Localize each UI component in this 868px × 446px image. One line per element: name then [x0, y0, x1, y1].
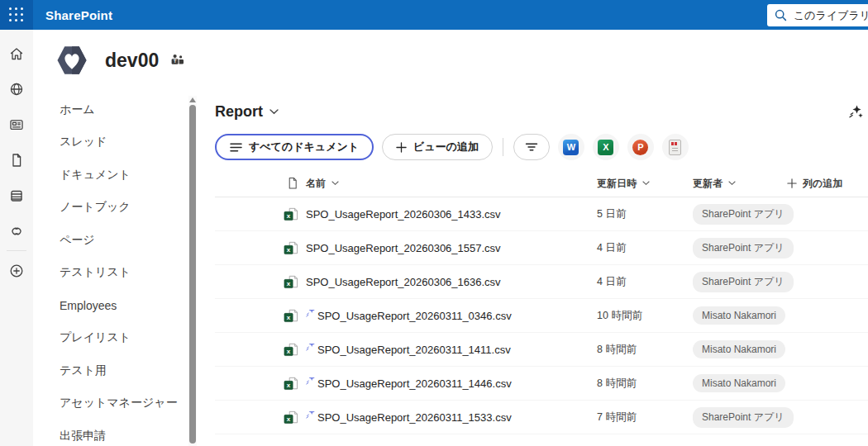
excel-csv-file-icon: x	[284, 377, 298, 391]
file-modified: 8 時間前	[587, 343, 683, 357]
file-name[interactable]: SPO_UsageReport_20260306_1557.csv	[306, 242, 501, 254]
svg-text:x: x	[287, 415, 291, 423]
search-input[interactable]: このライブラリ	[767, 4, 868, 26]
add-column-button[interactable]: 列の追加	[777, 177, 868, 191]
view-title-menu[interactable]: Report	[215, 100, 868, 123]
rail-home-button[interactable]	[0, 36, 33, 71]
nav-item-1[interactable]: スレッド	[33, 126, 198, 159]
file-modified: 4 日前	[587, 275, 683, 289]
file-name[interactable]: SPO_UsageReport_20260311_1446.csv	[317, 377, 512, 390]
document-app-icon	[669, 140, 681, 155]
new-indicator-icon	[306, 344, 316, 351]
rail-lists-button[interactable]	[0, 178, 33, 213]
file-row[interactable]: x SPO_UsageReport_20260306_1433.csv 5 日前…	[215, 197, 868, 231]
file-table: 名前 更新日時 更新者	[215, 170, 868, 434]
svg-text:x: x	[287, 212, 291, 220]
view-all-documents-pill[interactable]: すべてのドキュメント	[215, 134, 374, 160]
toolbar-divider	[503, 138, 503, 156]
excel-csv-file-icon: x	[284, 309, 298, 323]
new-indicator-icon	[306, 310, 316, 317]
rail-news-button[interactable]	[0, 107, 33, 142]
modified-column-header[interactable]: 更新日時	[587, 177, 683, 191]
library-title: Report	[215, 103, 263, 121]
file-modified-by-badge[interactable]: SharePoint アプリ	[693, 204, 794, 225]
nav-item-3[interactable]: ノートブック	[33, 192, 198, 225]
globe-icon	[8, 81, 25, 97]
nav-scrollbar[interactable]	[188, 96, 197, 446]
nav-item-6[interactable]: Employees	[33, 289, 198, 322]
new-document-app-button[interactable]	[662, 134, 689, 160]
file-name[interactable]: SPO_UsageReport_20260311_1533.csv	[317, 411, 512, 424]
file-name[interactable]: SPO_UsageReport_20260311_1411.csv	[317, 344, 511, 356]
site-logo[interactable]	[56, 45, 88, 76]
filter-icon	[525, 140, 538, 154]
waffle-icon	[9, 7, 24, 22]
site-title[interactable]: dev00	[105, 50, 159, 72]
file-name[interactable]: SPO_UsageReport_20260306_1636.csv	[306, 276, 501, 288]
scroll-up-arrow-icon[interactable]	[189, 97, 196, 102]
file-modified-by-badge[interactable]: SharePoint アプリ	[693, 238, 794, 259]
modified-by-column-header[interactable]: 更新者	[683, 177, 777, 191]
nav-item-0[interactable]: ホーム	[33, 93, 198, 126]
file-row[interactable]: x SPO_UsageReport_20260311_1411.csv 8 時間…	[215, 333, 868, 367]
add-view-button[interactable]: ビューの追加	[382, 134, 493, 160]
plus-icon	[787, 178, 797, 188]
file-modified-by-badge[interactable]: SharePoint アプリ	[693, 407, 794, 428]
file-type-column-header[interactable]	[274, 177, 302, 190]
nav-item-4[interactable]: ページ	[33, 224, 198, 257]
search-text: このライブラリ	[794, 8, 868, 23]
add-view-label: ビューの追加	[413, 140, 479, 154]
site-header: dev00 T	[33, 30, 868, 91]
rail-links-button[interactable]	[0, 213, 33, 249]
svg-text:x: x	[287, 348, 291, 355]
file-modified: 4 日前	[587, 241, 683, 255]
file-name[interactable]: SPO_UsageReport_20260311_0346.csv	[317, 310, 512, 322]
file-row[interactable]: x SPO_UsageReport_20260311_0346.csv 10 時…	[215, 299, 868, 333]
file-modified-by-badge[interactable]: Misato Nakamori	[693, 340, 785, 358]
nav-item-9[interactable]: アセットマネージャー	[33, 387, 198, 420]
nav-item-8[interactable]: テスト用	[33, 354, 198, 387]
nav-item-2[interactable]: ドキュメント	[33, 159, 198, 192]
sparkle-icon	[847, 104, 863, 119]
rail-global-button[interactable]	[0, 71, 33, 107]
library-main: Report	[198, 91, 868, 446]
new-word-button[interactable]: W	[558, 134, 584, 160]
new-powerpoint-button[interactable]: P	[627, 134, 654, 160]
file-modified-by-badge[interactable]: Misato Nakamori	[693, 306, 785, 325]
file-row[interactable]: x SPO_UsageReport_20260311_1533.csv 7 時間…	[215, 401, 868, 434]
news-icon	[8, 116, 25, 133]
lists-icon	[8, 187, 25, 204]
plus-icon	[396, 142, 407, 153]
filter-views-button[interactable]	[513, 134, 550, 160]
excel-csv-file-icon: x	[284, 343, 298, 357]
nav-item-5[interactable]: テストリスト	[33, 257, 198, 290]
site-nav: ホームスレッドドキュメントノートブックページテストリストEmployeesプレイ…	[33, 91, 198, 446]
list-view-icon	[230, 141, 242, 154]
new-excel-button[interactable]: X	[593, 134, 619, 160]
document-icon	[8, 152, 25, 168]
file-row[interactable]: x SPO_UsageReport_20260306_1636.csv 4 日前…	[215, 265, 868, 299]
rail-documents-button[interactable]	[0, 142, 33, 178]
app-rail	[0, 30, 33, 446]
file-modified: 7 時間前	[587, 410, 683, 425]
app-launcher-button[interactable]	[0, 0, 33, 30]
word-icon: W	[563, 140, 579, 155]
file-name[interactable]: SPO_UsageReport_20260306_1433.csv	[306, 208, 501, 221]
name-column-header[interactable]: 名前	[302, 177, 587, 191]
new-indicator-icon	[306, 377, 316, 385]
file-row[interactable]: x SPO_UsageReport_20260306_1557.csv 4 日前…	[215, 231, 868, 265]
nav-item-list: ホームスレッドドキュメントノートブックページテストリストEmployeesプレイ…	[33, 93, 198, 446]
boost-button[interactable]	[847, 104, 863, 122]
file-modified-by-badge[interactable]: Misato Nakamori	[693, 374, 785, 392]
view-pill-label: すべてのドキュメント	[249, 140, 359, 154]
nav-scrollbar-thumb[interactable]	[189, 105, 196, 444]
file-row[interactable]: x SPO_UsageReport_20260311_1446.csv 8 時間…	[215, 367, 868, 401]
nav-item-7[interactable]: プレイリスト	[33, 322, 198, 355]
excel-csv-file-icon: x	[284, 410, 298, 425]
file-modified: 10 時間前	[587, 309, 683, 323]
file-modified-by-badge[interactable]: SharePoint アプリ	[693, 272, 794, 292]
nav-item-10[interactable]: 出張申請	[33, 420, 198, 446]
rail-create-button[interactable]	[0, 253, 33, 288]
teams-icon: T	[170, 54, 184, 67]
suite-app-title: SharePoint	[45, 8, 112, 22]
